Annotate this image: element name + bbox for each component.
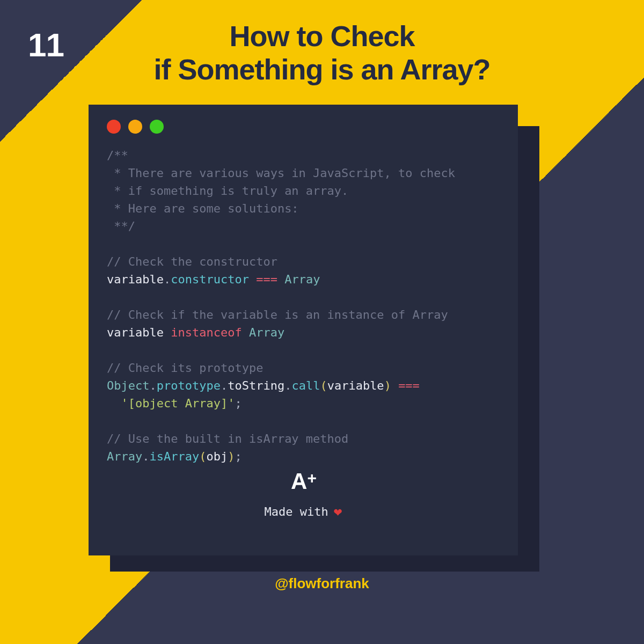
footer-badge: A+ Made with ❤ [89, 464, 518, 522]
heart-icon: ❤ [334, 501, 342, 522]
code-token: . [142, 450, 149, 463]
code-token: variable [107, 273, 164, 286]
code-token: obj [206, 450, 228, 463]
code-token: isArray [149, 450, 199, 463]
close-icon [107, 120, 121, 134]
code-comment: /** [107, 149, 128, 162]
logo-a-letter: A [291, 464, 306, 498]
code-block: /** * There are various ways in JavaScri… [107, 147, 500, 465]
minimize-icon [128, 120, 142, 134]
code-token: Array [107, 450, 142, 463]
code-token: variable [327, 379, 384, 392]
code-token: Array [249, 326, 284, 339]
made-with-text: Made with [265, 503, 328, 521]
code-token: toString [228, 379, 284, 392]
code-comment: // Use the built in isArray method [107, 432, 348, 445]
plus-icon: + [307, 466, 316, 490]
code-comment: // Check the constructor [107, 255, 277, 268]
code-card: /** * There are various ways in JavaScri… [89, 105, 518, 555]
window-traffic-lights [107, 120, 500, 134]
code-token: === [256, 273, 277, 286]
code-token: . [221, 379, 228, 392]
code-token: ( [199, 450, 206, 463]
code-token: ) [384, 379, 391, 392]
title-line-2: if Something is an Array? [153, 53, 490, 85]
title-line-1: How to Check [229, 20, 414, 52]
logo-aplus: A+ [291, 464, 316, 498]
code-token: ; [235, 450, 241, 463]
code-token: Object [107, 379, 149, 392]
code-token: prototype [157, 379, 221, 392]
code-comment: * Here are some solutions: [107, 202, 299, 215]
code-token: . [284, 379, 291, 392]
code-token: ( [320, 379, 327, 392]
code-token: . [149, 379, 156, 392]
code-comment: * There are various ways in JavaScript, … [107, 166, 455, 180]
code-token: . [164, 273, 171, 286]
code-token: call [291, 379, 320, 392]
code-token: '[object Array]' [121, 397, 235, 410]
code-token: variable [107, 326, 164, 339]
slide-title: How to Check if Something is an Array? [0, 19, 644, 86]
code-token: Array [284, 273, 320, 286]
made-with-label: Made with ❤ [89, 501, 518, 522]
code-comment: // Check if the variable is an instance … [107, 308, 448, 321]
author-handle[interactable]: @flowforfrank [0, 575, 644, 592]
code-comment: **/ [107, 219, 135, 233]
code-token: constructor [171, 273, 249, 286]
code-token: === [398, 379, 420, 392]
code-token: instanceof [171, 326, 241, 339]
zoom-icon [150, 120, 164, 134]
code-comment: * if something is truly an array. [107, 184, 348, 197]
code-token: ) [228, 450, 235, 463]
code-comment: // Check its prototype [107, 361, 263, 375]
code-token: ; [235, 397, 241, 410]
